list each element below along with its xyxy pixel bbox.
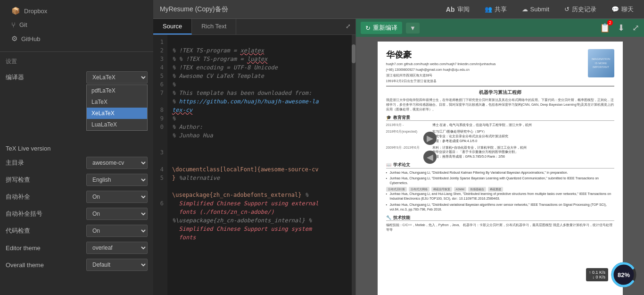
autocomplete-bracket-row: 自动补全括号 On Off (6, 208, 148, 220)
chat-button[interactable]: 💬 聊天 (608, 3, 637, 16)
autocomplete-bracket-label: 自动补全括号 (6, 210, 43, 218)
review-icon: Ab (446, 6, 455, 13)
pub-section-title: 📖 学术论文 (386, 162, 614, 169)
overall-theme-label: Overall theme (6, 261, 44, 269)
pub-tag-5: 传感器融合 (468, 187, 486, 192)
review-button[interactable]: Ab 审阅 (442, 3, 473, 16)
resume-header: 华俊豪 huajh7.com github.com/huajh weibo.co… (386, 49, 614, 86)
edu-detail-2: 实习/工厂/图像处理研究中心（SPY）研究专业：论文目录全分布式次全分布式叶算法… (432, 129, 614, 143)
history-label: 历史记录 (572, 5, 596, 14)
compiler-select[interactable]: pdfLaTeX LaTeX XeLaTeX LuaLaTeX (86, 71, 148, 84)
compiler-dropdown-menu: pdfLaTeX LaTeX XeLaTeX LuaLaTeX (86, 84, 148, 131)
autocomplete-label: 自动补全 (6, 193, 43, 201)
sidebar-item-dropbox[interactable]: 📦 Dropbox (6, 4, 148, 18)
editor-theme-select[interactable]: overleaf dark light (86, 242, 148, 254)
edu-detail-3: 本科：计算机+自动化双专业，计算机学院，浙江工业大学，杭州华毕业设计题目：「基于… (432, 145, 614, 159)
download-speed: ↓ 0 K/s (589, 275, 605, 279)
compiler-dropdown-container: pdfLaTeX LaTeX XeLaTeX LuaLaTeX pdfLaTeX… (86, 71, 148, 84)
education-label: 教育背景 (393, 115, 410, 121)
preview-toolbar: ↻ 重新编译 ▼ 📋 2 ⬇ ⤢ (356, 19, 644, 37)
pub-tag-1: 分布式贝叶斯 (386, 187, 407, 192)
sidebar-item-git[interactable]: ⑂ Git (6, 18, 148, 32)
code-content[interactable]: % !TEX TS-program = xelatex % % !TEX TS-… (167, 35, 352, 295)
overall-theme-select[interactable]: Default (86, 259, 148, 271)
autocomplete-bracket-select[interactable]: On Off (86, 208, 148, 220)
sidebar-item-github-label: GitHub (21, 35, 40, 42)
edu-entry-2: 2018年6月(expected) 实习/工厂/图像处理研究中心（SPY）研究专… (386, 129, 614, 143)
resume-name-section: 华俊豪 huajh7.com github.com/huajh weibo.co… (386, 49, 496, 83)
pub-tag-3: 稀疏信号恢复 (431, 187, 452, 192)
chat-icon: 💬 (611, 6, 619, 13)
speed-indicator-container: ↑ 0.1 K/s ↓ 0 K/s 82% (586, 261, 637, 288)
pub-label: 学术论文 (393, 162, 410, 168)
compiler-option-xelatex[interactable]: XeLaTeX (87, 108, 147, 119)
skills-content: 编程技能：C/C++，Matlab，危入，Python，Java。 机器学习：卡… (386, 223, 614, 232)
spell-check-select[interactable]: English Chinese French Off (86, 174, 148, 186)
editor-area: Source Rich Text ⤢ 1 2 3 4 5 6 7 8 9 0 (153, 19, 644, 295)
source-pane: Source Rich Text ⤢ 1 2 3 4 5 6 7 8 9 0 (153, 19, 356, 295)
recompile-button[interactable]: ↻ 重新编译 (361, 22, 402, 34)
settings-section-title: 设置 (0, 54, 153, 67)
compiler-option-lualatex[interactable]: LuaLaTeX (87, 119, 147, 130)
editor-theme-label: Editor theme (6, 244, 43, 252)
skills-label: 技术技能 (393, 215, 410, 221)
history-icon: ↺ (564, 6, 570, 13)
autocomplete-select[interactable]: On Off (86, 191, 148, 203)
notification-button[interactable]: 📋 2 (598, 21, 612, 35)
overall-theme-row: Overall theme Default (6, 259, 148, 271)
pub-entry-4: Junhao Hua, Chunguang Li, "Distributed v… (386, 202, 614, 212)
share-button[interactable]: 👥 共享 (481, 3, 511, 16)
pub-entry-2: Junhao Hua, Chunguang Li, "Distributed J… (386, 176, 614, 185)
download-icon: ⬇ (618, 23, 625, 33)
skills-icon: 🔧 (386, 215, 391, 221)
resume-container: 华俊豪 huajh7.com github.com/huajh weibo.co… (356, 37, 644, 295)
edu-entry-1: 2013年9月 - 博士 在读，电气与系统专业，信息与电子工程学院，浙江大学，杭… (386, 123, 614, 127)
sidebar-item-github[interactable]: ⚙ GitHub (6, 32, 148, 46)
texlive-row: TeX Live version (6, 145, 148, 152)
settings-panel: 编译器 pdfLaTeX LaTeX XeLaTeX LuaLaTeX pdfL… (0, 67, 153, 275)
edu-entry-3: 2009年9月 -2013年6月 本科：计算机+自动化双专业，计算机学院，浙江工… (386, 145, 614, 159)
resume-birthdate: 1991年2月2日出生于浙江省龙游县 (386, 79, 496, 84)
upload-speed: ↑ 0.1 K/s (589, 270, 605, 275)
pub-entry-3: Junhao Hua, Chunguang Li, and Hui-Liang … (386, 192, 614, 201)
code-check-row: 代码检查 On Off (6, 225, 148, 237)
compiler-option-pdflatex[interactable]: pdfLaTeX (87, 85, 147, 96)
download-preview-button[interactable]: ⬇ (616, 21, 627, 35)
history-button[interactable]: ↺ 历史记录 (561, 3, 600, 16)
compiler-option-latex[interactable]: LaTeX (87, 96, 147, 108)
gauge-percentage: 82% (610, 261, 637, 288)
expand-preview-button[interactable]: ⤢ (632, 23, 639, 33)
skills-section-title: 🔧 技术技能 (386, 215, 614, 221)
education-icon: 🎓 (386, 115, 391, 121)
editor-theme-row: Editor theme overleaf dark light (6, 242, 148, 254)
expand-editor-button[interactable]: ⤢ (341, 19, 355, 34)
editor-tabs: Source Rich Text ⤢ (153, 19, 355, 35)
compiler-label: 编译器 (6, 73, 43, 82)
nav-arrow-right[interactable]: ▶ (423, 132, 437, 145)
editor-scrollbar[interactable] (352, 35, 355, 295)
pub-tag-6: 稀疏重建 (488, 187, 503, 192)
resume-name: 华俊豪 (386, 49, 496, 61)
resume-photo: IMAGINATIONIS MOREIMPORTANT (588, 49, 614, 77)
education-section-title: 🎓 教育背景 (386, 115, 614, 121)
recompile-dropdown[interactable]: ▼ (406, 23, 420, 34)
sidebar: 📦 Dropbox ⑂ Git ⚙ GitHub 设置 编译器 pdfLaTeX… (0, 0, 153, 295)
pub-entry-1: Junhao Hua, Chunguang Li, "Distributed R… (386, 170, 614, 175)
nav-arrow-left[interactable]: ◀ (423, 151, 437, 164)
resume-contacts: huajh7.com github.com/huajh weibo.com/hu… (386, 62, 496, 67)
pub-tags-row-1: 分布式贝叶斯 分布式大网络 稀疏信号恢复 ADMM 传感器融合 稀疏重建 (386, 187, 614, 192)
code-check-select[interactable]: On Off (86, 225, 148, 237)
resume-contacts2: (+86) 13069800927 huajh@gmail.com huajh@… (386, 67, 496, 72)
share-icon: 👥 (485, 6, 492, 13)
resume-paper: 华俊豪 huajh7.com github.com/huajh weibo.co… (378, 42, 623, 295)
autocomplete-row: 自动补全 On Off (6, 191, 148, 203)
compiler-row: 编译器 pdfLaTeX LaTeX XeLaTeX LuaLaTeX pdfL… (6, 71, 148, 84)
pub-tag-2: 分布式大网络 (409, 187, 429, 192)
code-editor: 1 2 3 4 5 6 7 8 9 0 3 4 5 (153, 35, 355, 295)
submit-button[interactable]: ☁ Submit (518, 4, 553, 15)
tab-richtext[interactable]: Rich Text (192, 19, 236, 34)
speed-text: ↑ 0.1 K/s ↓ 0 K/s (586, 268, 608, 281)
submit-label: Submit (530, 6, 549, 13)
main-dir-select[interactable]: awesome-cv (86, 157, 148, 169)
tab-source[interactable]: Source (153, 19, 192, 34)
